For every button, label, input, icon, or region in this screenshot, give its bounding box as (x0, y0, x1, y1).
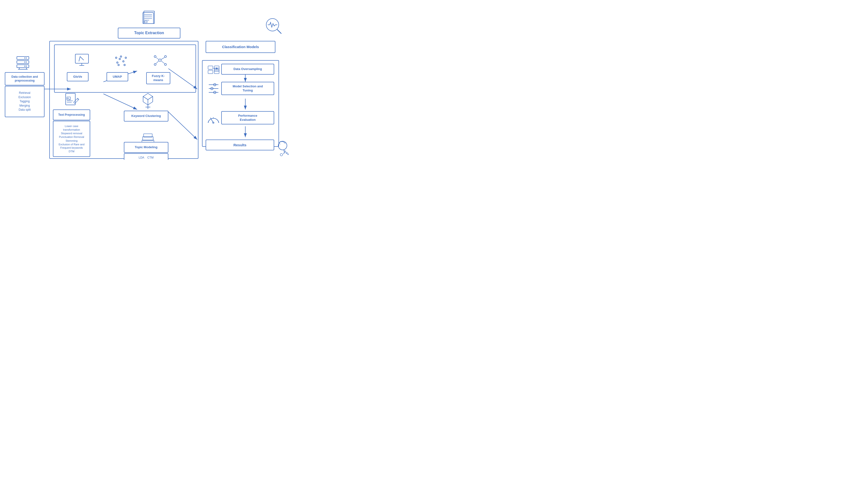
svg-point-41 (164, 56, 166, 58)
performance-icon (206, 111, 221, 126)
svg-rect-10 (17, 61, 29, 63)
stopword-item: Stopword removal (61, 131, 82, 135)
text-preprocess-icon (61, 90, 83, 110)
svg-rect-69 (208, 70, 213, 73)
svg-point-14 (26, 66, 27, 67)
svg-rect-21 (144, 11, 154, 24)
svg-point-31 (117, 62, 118, 63)
model-selection-icon (206, 81, 221, 96)
svg-point-43 (164, 63, 166, 65)
svg-line-67 (277, 30, 281, 33)
svg-rect-73 (214, 70, 219, 73)
keyword-cluster-icon (135, 90, 161, 112)
svg-point-38 (118, 64, 119, 66)
text-preprocessing-box: Text Preprocessing (53, 110, 90, 120)
svg-marker-57 (148, 96, 153, 105)
svg-point-40 (154, 56, 156, 58)
glove-icon (70, 48, 94, 72)
newspaper-icon (140, 7, 159, 27)
svg-line-47 (161, 61, 164, 63)
exclusion-item: Exclusion (19, 95, 31, 99)
svg-point-88 (286, 153, 287, 154)
svg-line-44 (156, 58, 159, 59)
svg-point-90 (280, 153, 283, 156)
punctuation-item: Punctuation Removal (59, 135, 84, 139)
svg-marker-53 (143, 93, 153, 100)
tagging-item: Tagging (20, 100, 30, 103)
keyword-clustering-box: Keyword Clustering (124, 111, 168, 121)
model-selection-box: Model Selection and Tuning (221, 82, 274, 95)
topic-modeling-box: Topic Modeling (124, 142, 168, 153)
svg-marker-58 (143, 96, 148, 105)
topic-extraction-box: Topic Extraction (118, 28, 180, 38)
server-icon (13, 53, 32, 72)
oversampling-icon (206, 62, 221, 78)
brain-icon (275, 136, 289, 158)
svg-point-17 (24, 66, 25, 67)
svg-rect-68 (208, 66, 213, 69)
fuzzy-icon (148, 48, 172, 72)
data-list-box: Retrieval Exclusion Tagging Merging Data… (5, 86, 44, 117)
umap-box: UMAP (106, 72, 128, 81)
svg-rect-11 (17, 65, 29, 68)
svg-point-15 (24, 58, 25, 58)
data-oversampling-box: Data Oversampling (221, 64, 274, 74)
svg-point-33 (123, 61, 124, 62)
svg-point-12 (26, 58, 27, 58)
svg-line-45 (161, 58, 164, 59)
lowercase-item: Lower casetransformation (63, 124, 80, 131)
analysis-icon (262, 14, 284, 36)
svg-point-36 (116, 57, 117, 58)
preprocessing-list-box: Lower casetransformation Stopword remova… (53, 121, 90, 157)
svg-point-32 (119, 58, 121, 60)
svg-point-42 (154, 63, 156, 65)
stemming-item: Stemming (66, 139, 78, 143)
retrieval-item: Retrieval (19, 91, 30, 95)
datasplit-item: Data split (19, 108, 31, 112)
svg-rect-28 (75, 54, 89, 63)
results-box: Results (206, 140, 274, 150)
classification-models-box: Classification Models (206, 41, 275, 53)
svg-rect-9 (17, 57, 29, 59)
lda-ctm-box: LDA CTM (124, 153, 168, 160)
svg-marker-71 (216, 67, 218, 69)
dtm-item: DTM (69, 150, 74, 153)
svg-point-37 (124, 64, 125, 66)
svg-point-39 (159, 59, 161, 61)
rare-item: Exclusion of Rare andFrequent keywords (59, 143, 85, 150)
merging-item: Merging (20, 104, 30, 108)
svg-point-35 (125, 57, 126, 58)
svg-point-34 (120, 56, 122, 57)
data-collection-box: Data collection and preprocessing (5, 72, 44, 85)
svg-rect-27 (144, 21, 147, 23)
umap-icon (108, 48, 132, 72)
fuzzy-box: Fuzzy K- means (146, 72, 170, 84)
svg-point-89 (288, 154, 289, 155)
diagram-container: Data collection and preprocessing Retrie… (0, 0, 289, 160)
performance-evaluation-box: Performance Evaluation (221, 111, 274, 124)
glove-box: GloVe (67, 72, 89, 81)
svg-point-16 (24, 62, 25, 63)
svg-line-46 (156, 61, 159, 63)
svg-point-13 (26, 62, 27, 63)
